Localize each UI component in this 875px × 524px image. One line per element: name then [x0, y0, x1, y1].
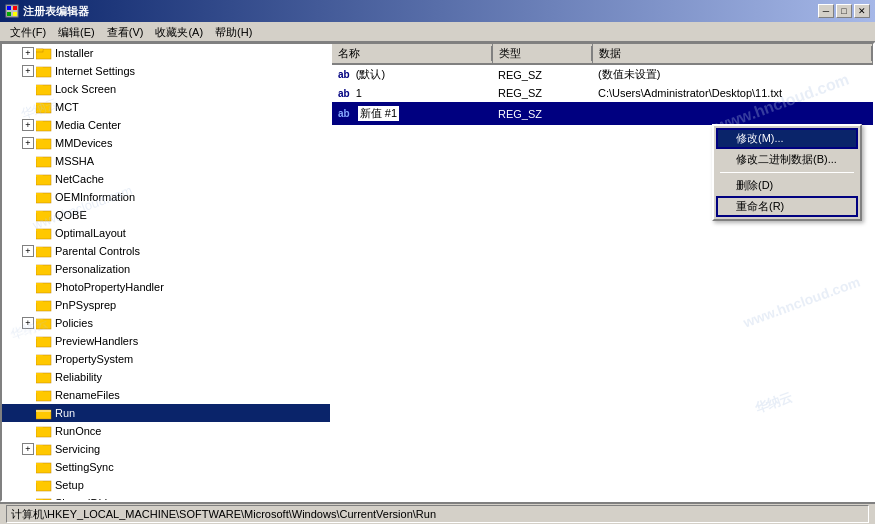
svg-marker-7 [36, 49, 43, 51]
tree-item-previewhandlers[interactable]: PreviewHandlers [2, 332, 330, 350]
table-row[interactable]: ab (默认) REG_SZ (数值未设置) [332, 64, 873, 84]
ab-icon: ab [338, 69, 350, 80]
menu-favorites[interactable]: 收藏夹(A) [149, 24, 209, 39]
svg-marker-25 [36, 211, 43, 213]
tree-label: OEMInformation [55, 191, 135, 203]
tree-label: PropertySystem [55, 353, 133, 365]
tree-item-renamefiles[interactable]: RenameFiles [2, 386, 330, 404]
tree-item-run[interactable]: Run [2, 404, 330, 422]
folder-icon [36, 244, 52, 258]
minimize-button[interactable]: ─ [818, 4, 834, 18]
status-bar: 计算机\HKEY_LOCAL_MACHINE\SOFTWARE\Microsof… [0, 502, 875, 524]
tree-item-personalization[interactable]: Personalization [2, 260, 330, 278]
tree-item-propertysystem[interactable]: PropertySystem [2, 350, 330, 368]
tree-label: Parental Controls [55, 245, 140, 257]
svg-marker-54 [36, 463, 43, 465]
col-name-header[interactable]: 名称 [332, 44, 492, 64]
expand-media-center[interactable]: + [22, 119, 34, 131]
tree-item-lock-screen[interactable]: Lock Screen [2, 80, 330, 98]
row-type: REG_SZ [492, 84, 592, 102]
menu-help[interactable]: 帮助(H) [209, 24, 258, 39]
folder-icon [36, 262, 52, 276]
folder-icon [36, 442, 52, 456]
context-menu-rename[interactable]: 重命名(R) [716, 196, 858, 217]
tree-item-photopropertyhandler[interactable]: PhotoPropertyHandler [2, 278, 330, 296]
col-type-header[interactable]: 类型 [492, 44, 592, 64]
svg-marker-23 [36, 193, 43, 195]
edit-input[interactable]: 新值 #1 [356, 104, 401, 123]
svg-marker-19 [36, 157, 43, 159]
folder-icon [36, 496, 52, 500]
context-menu-modify[interactable]: 修改(M)... [716, 128, 858, 149]
tree-item-qobe[interactable]: QOBE [2, 206, 330, 224]
tree-label: PnPSysprep [55, 299, 116, 311]
folder-icon [36, 172, 52, 186]
menu-file[interactable]: 文件(F) [4, 24, 52, 39]
context-menu-delete[interactable]: 删除(D) [716, 175, 858, 196]
tree-item-pnpsysprep[interactable]: PnPSysprep [2, 296, 330, 314]
svg-marker-45 [36, 391, 43, 393]
tree-item-shareddlls[interactable]: SharedDLLs [2, 494, 330, 500]
tree-item-media-center[interactable]: + Media Center [2, 116, 330, 134]
close-button[interactable]: ✕ [854, 4, 870, 18]
svg-rect-3 [7, 12, 11, 16]
folder-icon [36, 226, 52, 240]
expand-policies[interactable]: + [22, 317, 34, 329]
svg-marker-56 [36, 481, 43, 483]
tree-item-oeminformation[interactable]: OEMInformation [2, 188, 330, 206]
tree-item-runonce[interactable]: RunOnce [2, 422, 330, 440]
new-value-row[interactable]: ab 新值 #1 REG_SZ [332, 102, 873, 125]
folder-icon [36, 64, 52, 78]
tree-pane[interactable]: + Installer + Internet Settings Lock Scr… [2, 44, 332, 500]
svg-marker-50 [36, 427, 43, 429]
svg-rect-48 [36, 410, 51, 412]
svg-marker-29 [36, 247, 43, 249]
tree-label: QOBE [55, 209, 87, 221]
expand-internet-settings[interactable]: + [22, 65, 34, 77]
row-name: ab 1 [332, 84, 492, 102]
svg-marker-41 [36, 355, 43, 357]
tree-item-settingsync[interactable]: SettingSync [2, 458, 330, 476]
context-menu-modify-binary[interactable]: 修改二进制数据(B)... [716, 149, 858, 170]
svg-marker-11 [36, 85, 43, 87]
svg-rect-4 [13, 12, 17, 16]
tree-item-mmdevices[interactable]: + MMDevices [2, 134, 330, 152]
svg-marker-9 [36, 67, 43, 69]
table-row[interactable]: ab 1 REG_SZ C:\Users\Administrator\Deskt… [332, 84, 873, 102]
tree-item-optimallayout[interactable]: OptimalLayout [2, 224, 330, 242]
tree-item-parental-controls[interactable]: + Parental Controls [2, 242, 330, 260]
folder-icon [36, 388, 52, 402]
col-data-header[interactable]: 数据 [592, 44, 873, 64]
title-bar: 注册表编辑器 ─ □ ✕ [0, 0, 875, 22]
folder-icon [36, 46, 52, 60]
tree-item-installer[interactable]: + Installer [2, 44, 330, 62]
tree-item-mssha[interactable]: MSSHA [2, 152, 330, 170]
tree-item-setup[interactable]: Setup [2, 476, 330, 494]
tree-label: Setup [55, 479, 84, 491]
tree-label: Policies [55, 317, 93, 329]
context-menu: 修改(M)... 修改二进制数据(B)... 删除(D) 重命名(R) [712, 124, 862, 221]
expand-servicing[interactable]: + [22, 443, 34, 455]
menu-edit[interactable]: 编辑(E) [52, 24, 101, 39]
expand-mmdevices[interactable]: + [22, 137, 34, 149]
new-value-name: ab 新值 #1 [332, 102, 492, 125]
registry-table: 名称 类型 数据 ab (默认) REG_SZ (数值未设置) ab [332, 44, 873, 125]
tree-item-policies[interactable]: + Policies [2, 314, 330, 332]
svg-marker-43 [36, 373, 43, 375]
expand-parental-controls[interactable]: + [22, 245, 34, 257]
maximize-button[interactable]: □ [836, 4, 852, 18]
menu-view[interactable]: 查看(V) [101, 24, 150, 39]
tree-label: MSSHA [55, 155, 94, 167]
folder-icon [36, 100, 52, 114]
title-buttons: ─ □ ✕ [818, 4, 870, 18]
tree-item-reliability[interactable]: Reliability [2, 368, 330, 386]
watermark-4: 华纳云 [752, 388, 795, 418]
tree-item-internet-settings[interactable]: + Internet Settings [2, 62, 330, 80]
folder-icon [36, 424, 52, 438]
tree-item-mct[interactable]: MCT [2, 98, 330, 116]
expand-installer[interactable]: + [22, 47, 34, 59]
tree-item-netcache[interactable]: NetCache [2, 170, 330, 188]
ab-icon: ab [338, 88, 350, 99]
tree-item-servicing[interactable]: + Servicing [2, 440, 330, 458]
folder-icon [36, 280, 52, 294]
